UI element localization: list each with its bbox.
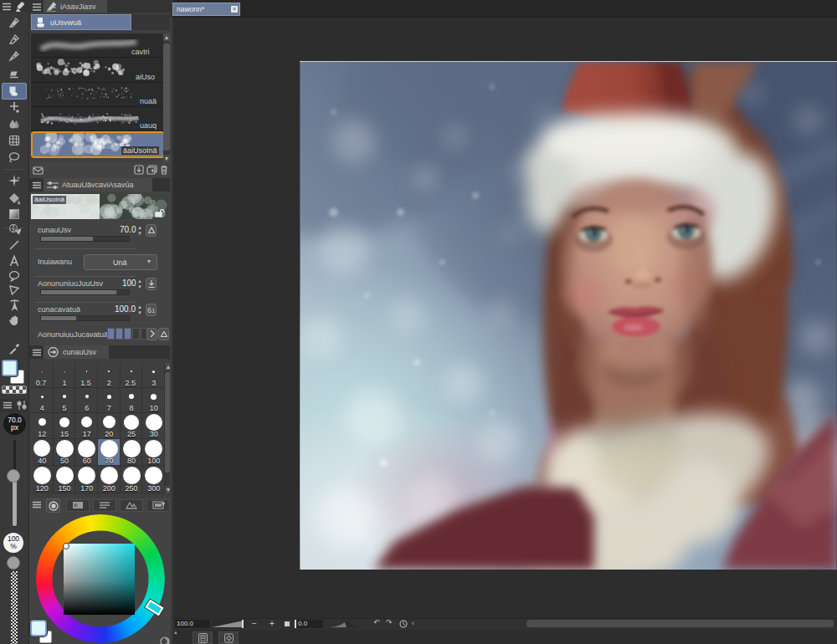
svg-text:1: 1	[151, 307, 156, 314]
